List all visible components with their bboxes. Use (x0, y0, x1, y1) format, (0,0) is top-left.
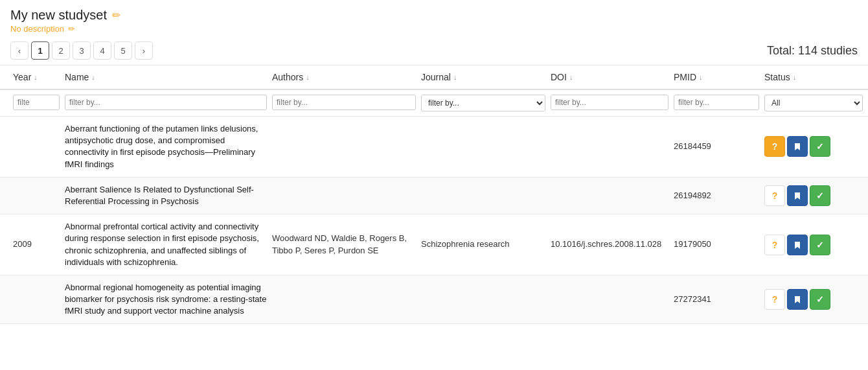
col-header-name[interactable]: Name ↓ (62, 65, 269, 89)
pagination: ‹ 1 2 3 4 5 › (10, 41, 153, 60)
status-check-btn-2[interactable]: ✓ (810, 235, 830, 255)
cell-pmid-0: 26184459 (671, 134, 762, 159)
col-doi-label: DOI (551, 72, 567, 82)
col-journal-label: Journal (421, 72, 451, 82)
status-question-btn-2[interactable]: ? (764, 235, 785, 255)
description-text: No description (10, 24, 64, 34)
page-1-button[interactable]: 1 (31, 41, 49, 60)
col-header-pmid[interactable]: PMID ↓ (671, 65, 762, 89)
table-header-row: Year ↓ Name ↓ Authors ↓ Journal ↓ DOI ↓ … (0, 65, 868, 90)
col-name-sort-icon: ↓ (91, 73, 95, 81)
cell-authors-3 (269, 293, 418, 306)
pagination-bar: ‹ 1 2 3 4 5 › Total: 114 studies (0, 36, 868, 65)
status-check-btn-3[interactable]: ✓ (810, 289, 830, 310)
status-question-btn-0[interactable]: ? (764, 136, 785, 157)
cell-doi-3 (548, 293, 671, 306)
description-edit-icon[interactable]: ✏ (68, 24, 75, 34)
table-row: Aberrant functioning of the putamen link… (0, 117, 868, 178)
studies-table: Year ↓ Name ↓ Authors ↓ Journal ↓ DOI ↓ … (0, 65, 868, 324)
col-authors-sort-icon: ↓ (306, 73, 310, 81)
page-2-button[interactable]: 2 (52, 41, 70, 60)
status-buttons-2: ? ✓ (764, 235, 863, 255)
col-header-authors[interactable]: Authors ↓ (269, 65, 418, 89)
status-question-btn-3[interactable]: ? (764, 289, 785, 310)
cell-status-0: ? ✓ (762, 130, 865, 163)
title-edit-icon[interactable]: ✏ (112, 9, 120, 21)
cell-journal-0 (418, 140, 548, 153)
name-filter-input[interactable] (65, 95, 267, 110)
cell-doi-2: 10.1016/j.schres.2008.11.028 (548, 232, 671, 257)
col-status-label: Status (764, 72, 790, 82)
status-buttons-3: ? ✓ (764, 289, 863, 310)
status-bookmark-btn-1[interactable] (787, 185, 808, 206)
status-buttons-1: ? ✓ (764, 185, 863, 206)
cell-journal-2: Schizophrenia research (418, 232, 548, 257)
cell-authors-2: Woodward ND, Waldie B, Rogers B, Tibbo P… (269, 226, 418, 262)
page-description: No description ✏ (10, 24, 858, 34)
filter-cell-year (10, 93, 62, 113)
cell-pmid-1: 26194892 (671, 183, 762, 208)
cell-name-2: Abnormal prefrontal cortical activity an… (62, 214, 269, 275)
page-4-button[interactable]: 4 (93, 41, 111, 60)
cell-name-1: Aberrant Salience Is Related to Dysfunct… (62, 178, 269, 214)
page-header: My new studyset ✏ No description ✏ (0, 0, 868, 36)
col-pmid-sort-icon: ↓ (699, 73, 703, 81)
cell-doi-1 (548, 189, 671, 202)
col-status-sort-icon: ↓ (793, 73, 797, 81)
col-pmid-label: PMID (674, 72, 696, 82)
filter-cell-journal: filter by... (418, 93, 548, 113)
col-header-year[interactable]: Year ↓ (10, 65, 62, 89)
cell-name-0: Aberrant functioning of the putamen link… (62, 117, 269, 177)
cell-year-2: 2009 (10, 232, 62, 257)
authors-filter-input[interactable] (272, 95, 416, 110)
cell-status-2: ? ✓ (762, 228, 865, 262)
cell-doi-0 (548, 140, 671, 153)
page-title: My new studyset ✏ (10, 8, 858, 23)
status-check-btn-0[interactable]: ✓ (810, 136, 830, 157)
status-buttons-0: ? ✓ (764, 136, 863, 157)
cell-journal-3 (418, 293, 548, 306)
cell-status-3: ? ✓ (762, 283, 865, 316)
status-check-btn-1[interactable]: ✓ (810, 185, 830, 206)
year-filter-input[interactable] (13, 95, 60, 110)
cell-authors-1 (269, 189, 418, 202)
cell-name-3: Abnormal regional homogeneity as potenti… (62, 275, 269, 324)
filter-cell-doi (548, 93, 671, 113)
col-journal-sort-icon: ↓ (453, 73, 457, 81)
col-authors-label: Authors (272, 72, 303, 82)
title-text: My new studyset (10, 8, 107, 23)
page-3-button[interactable]: 3 (73, 41, 91, 60)
filter-row: filter by... All Included Excluded Untag… (0, 90, 868, 117)
cell-year-0 (10, 140, 62, 153)
col-name-label: Name (65, 72, 89, 82)
cell-year-3 (10, 293, 62, 306)
cell-pmid-3: 27272341 (671, 287, 762, 312)
col-header-doi[interactable]: DOI ↓ (548, 65, 671, 89)
col-year-sort-icon: ↓ (34, 73, 38, 81)
filter-cell-status: All Included Excluded Untagged (762, 93, 865, 113)
col-header-journal[interactable]: Journal ↓ (418, 65, 548, 89)
table-row: 2009 Abnormal prefrontal cortical activi… (0, 214, 868, 275)
cell-status-1: ? ✓ (762, 179, 865, 213)
status-bookmark-btn-2[interactable] (787, 235, 808, 255)
journal-filter-select[interactable]: filter by... (421, 95, 545, 111)
cell-journal-1 (418, 189, 548, 202)
filter-cell-name (62, 93, 269, 113)
status-bookmark-btn-3[interactable] (787, 289, 808, 310)
col-year-label: Year (13, 72, 31, 82)
status-filter-select[interactable]: All Included Excluded Untagged (764, 95, 863, 111)
col-doi-sort-icon: ↓ (569, 73, 573, 81)
filter-cell-pmid (671, 93, 762, 113)
col-header-status[interactable]: Status ↓ (762, 65, 865, 89)
prev-page-button[interactable]: ‹ (10, 41, 29, 60)
page-5-button[interactable]: 5 (114, 41, 132, 60)
pmid-filter-input[interactable] (674, 95, 759, 110)
total-studies-label: Total: 114 studies (767, 44, 858, 58)
status-bookmark-btn-0[interactable] (787, 136, 808, 157)
cell-year-1 (10, 189, 62, 202)
status-question-btn-1[interactable]: ? (764, 185, 785, 206)
filter-cell-authors (269, 93, 418, 113)
next-page-button[interactable]: › (135, 41, 153, 60)
cell-authors-0 (269, 140, 418, 153)
doi-filter-input[interactable] (551, 95, 668, 110)
